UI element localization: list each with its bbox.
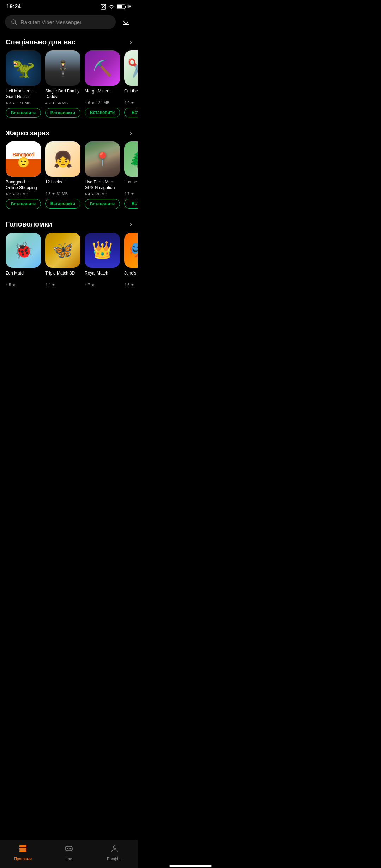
section-title-specially: Спеціально для вас (6, 38, 75, 46)
app-meta-12locks: 4,3★31 MB (45, 192, 80, 196)
app-card-junes: 🎭 June's 4,5★ (124, 233, 138, 290)
search-icon (11, 19, 17, 25)
svg-line-7 (15, 23, 16, 24)
app-icon-12locks[interactable]: 👧 (45, 141, 80, 177)
install-button-banggood[interactable]: Встановити (6, 199, 41, 209)
app-meta-lumber: 4,7★ (124, 192, 138, 196)
section-puzzles: Головоломки › 🐞 Zen Match 4,5★ 🦋 Triple … (0, 216, 138, 290)
app-meta-junes: 4,5★ (124, 283, 138, 287)
app-icon-royal-match[interactable]: 👑 (85, 233, 120, 268)
section-header-hot: Жарко зараз › (0, 129, 138, 141)
svg-rect-4 (125, 6, 126, 8)
app-card-cut-the: ✂️ Cut the 4,9★ Вста... (124, 50, 138, 118)
app-card-royal-match: 👑 Royal Match 4,7★ (85, 233, 120, 290)
install-button-merge-miners[interactable]: Встановити (85, 108, 120, 117)
app-name-royal-match: Royal Match (85, 271, 120, 281)
app-name-banggood: Banggood – Online Shopping (6, 180, 41, 191)
app-meta-single-dad: 4,2★54 MB (45, 101, 80, 105)
app-name-single-dad: Single Dad Family Daddy (45, 89, 80, 100)
section-title-puzzles: Головоломки (6, 220, 52, 228)
search-bar-row: Rakuten Viber Messenger (0, 12, 138, 34)
content-area: Спеціально для вас › 🦖 Heli Monsters – G… (0, 34, 138, 325)
app-card-live-earth: 📍 Live Earth Map– GPS Navigation 4,4★36 … (85, 141, 120, 209)
install-button-cut-the[interactable]: Вста... (124, 108, 138, 117)
section-header-puzzles: Головоломки › (0, 220, 138, 233)
app-name-junes: June's (124, 271, 138, 281)
apps-row-puzzles: 🐞 Zen Match 4,5★ 🦋 Triple Match 3D 4,4★ (0, 233, 138, 290)
app-card-12locks: 👧 12 Locks II 4,3★31 MB Встановити (45, 141, 80, 209)
app-meta-merge-miners: 4,6★124 MB (85, 101, 120, 105)
download-icon (122, 18, 130, 26)
app-name-triple-match: Triple Match 3D (45, 271, 80, 281)
app-icon-single-dad[interactable]: 🕴️ (45, 50, 80, 86)
section-arrow-puzzles[interactable]: › (130, 221, 132, 228)
app-icon-junes[interactable]: 🎭 (124, 233, 138, 268)
x-icon (101, 4, 106, 10)
app-card-merge-miners: ⛏️ Merge Miners 4,6★124 MB Встановити (85, 50, 120, 118)
status-time: 19:24 (6, 4, 21, 10)
section-header-specially: Спеціально для вас › (0, 38, 138, 50)
app-name-merge-miners: Merge Miners (85, 89, 120, 99)
app-card-zen-match: 🐞 Zen Match 4,5★ (6, 233, 41, 290)
app-name-lumber: Lumbe... (124, 180, 138, 190)
app-card-heli-monsters: 🦖 Heli Monsters – Giant Hunter 4,3★171 M… (6, 50, 41, 118)
app-card-lumber: 🌲 Lumbe... 4,7★ Вста... (124, 141, 138, 209)
app-meta-banggood: 4,2★31 MB (6, 192, 41, 196)
section-arrow-specially[interactable]: › (130, 38, 132, 46)
app-card-triple-match: 🦋 Triple Match 3D 4,4★ (45, 233, 80, 290)
install-button-live-earth[interactable]: Встановити (85, 199, 120, 209)
section-title-hot: Жарко зараз (6, 129, 49, 137)
section-hot-right-now: Жарко зараз › Banggood 🙂 Banggood – Onli… (0, 125, 138, 209)
app-name-cut-the: Cut the (124, 89, 138, 99)
app-icon-zen-match[interactable]: 🐞 (6, 233, 41, 268)
app-meta-live-earth: 4,4★36 MB (85, 192, 120, 196)
app-meta-heli-monsters: 4,3★171 MB (6, 101, 41, 105)
app-icon-triple-match[interactable]: 🦋 (45, 233, 80, 268)
app-icon-cut-the[interactable]: ✂️ (124, 50, 138, 86)
section-arrow-hot[interactable]: › (130, 129, 132, 137)
app-icon-banggood[interactable]: Banggood 🙂 (6, 141, 41, 177)
apps-row-hot: Banggood 🙂 Banggood – Online Shopping 4,… (0, 141, 138, 209)
svg-rect-5 (117, 5, 122, 8)
app-meta-triple-match: 4,4★ (45, 283, 80, 287)
battery-icon (117, 4, 126, 9)
app-name-heli-monsters: Heli Monsters – Giant Hunter (6, 89, 41, 100)
install-button-lumber[interactable]: Вста... (124, 199, 138, 209)
app-name-12locks: 12 Locks II (45, 180, 80, 190)
app-meta-royal-match: 4,7★ (85, 283, 120, 287)
status-icons: 68 (101, 4, 131, 10)
apps-row-specially: 🦖 Heli Monsters – Giant Hunter 4,3★171 M… (0, 50, 138, 118)
status-bar: 19:24 68 (0, 0, 138, 12)
install-button-12locks[interactable]: Встановити (45, 199, 80, 209)
install-button-heli-monsters[interactable]: Встановити (6, 108, 41, 118)
app-meta-cut-the: 4,9★ (124, 101, 138, 105)
search-placeholder-text: Rakuten Viber Messenger (20, 19, 81, 25)
section-specially-for-you: Спеціально для вас › 🦖 Heli Monsters – G… (0, 34, 138, 118)
search-bar[interactable]: Rakuten Viber Messenger (5, 15, 116, 29)
app-card-single-dad: 🕴️ Single Dad Family Daddy 4,2★54 MB Вст… (45, 50, 80, 118)
app-icon-lumber[interactable]: 🌲 (124, 141, 138, 177)
app-name-zen-match: Zen Match (6, 271, 41, 281)
download-button[interactable] (119, 15, 133, 29)
app-icon-heli-monsters[interactable]: 🦖 (6, 50, 41, 86)
app-meta-zen-match: 4,5★ (6, 283, 41, 287)
app-card-banggood: Banggood 🙂 Banggood – Online Shopping 4,… (6, 141, 41, 209)
app-icon-live-earth[interactable]: 📍 (85, 141, 120, 177)
wifi-icon (108, 4, 115, 9)
install-button-single-dad[interactable]: Встановити (45, 108, 80, 118)
battery-level: 68 (127, 4, 131, 9)
app-name-live-earth: Live Earth Map– GPS Navigation (85, 180, 120, 191)
app-icon-merge-miners[interactable]: ⛏️ (85, 50, 120, 86)
battery-indicator: 68 (117, 4, 131, 9)
